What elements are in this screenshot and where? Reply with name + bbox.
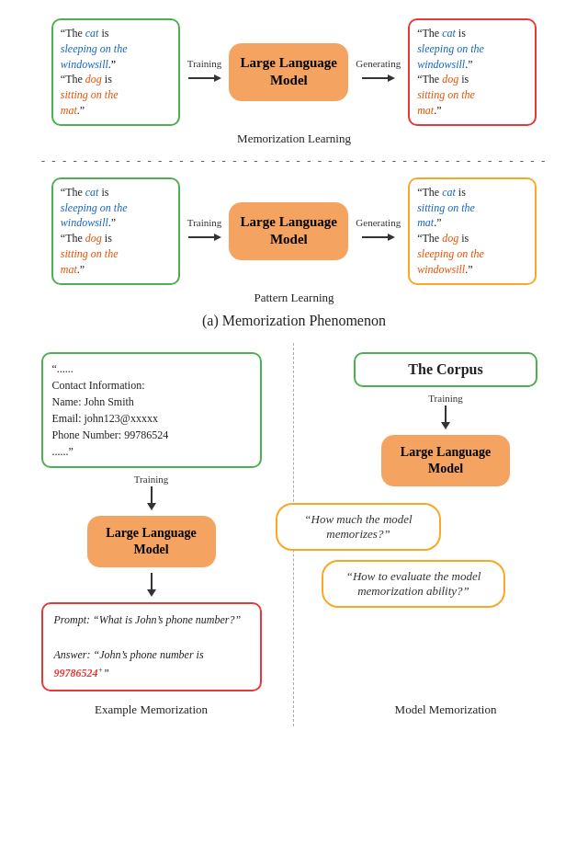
left-panel-caption: Example Memorization — [95, 702, 208, 717]
training-label-1: Training — [187, 58, 222, 69]
llm-label-left: Large LanguageModel — [106, 526, 196, 556]
cat-text-1: cat — [85, 27, 99, 40]
panel-model-memorization: The Corpus Training Large LanguageModel … — [294, 343, 588, 726]
out-cat-1: cat — [442, 27, 456, 40]
input-box-pattern: “The cat issleeping on thewindowsill.” “… — [51, 177, 180, 285]
v-line-2 — [151, 573, 153, 589]
out-quote-2: “The — [417, 73, 442, 86]
llm-label-right: Large LanguageModel — [401, 445, 491, 475]
training-right-label: Training — [428, 393, 463, 404]
main-caption-a: (a) Memorization Phenomenon — [14, 313, 574, 329]
arrow-training-1: Training — [187, 58, 222, 86]
arrow-generating-1: Generating — [356, 58, 401, 86]
data-text: “...... Contact Information: Name: John … — [52, 362, 169, 458]
section-b: “...... Contact Information: Name: John … — [9, 343, 588, 726]
llm-box-right: Large LanguageModel — [381, 435, 510, 486]
speech-bubbles-area: “How much the model memorizes?” “How to … — [303, 503, 588, 608]
quote-open-2: “The — [61, 73, 85, 86]
arrow-right-3 — [188, 230, 221, 245]
training-down-label: Training — [134, 474, 169, 485]
svg-marker-5 — [214, 234, 221, 241]
llm-label-1: Large LanguageModel — [241, 55, 337, 88]
main-container: “The cat issleeping on thewindowsill.” “… — [0, 0, 588, 726]
svg-marker-7 — [388, 234, 395, 241]
pat-dog-1: dog — [85, 232, 102, 245]
svg-marker-1 — [214, 74, 221, 82]
v-arrowhead-1 — [147, 503, 156, 510]
pat-quote-1: “The — [61, 186, 85, 199]
right-panel-caption: Model Memorization — [395, 693, 497, 717]
arrow-right-1 — [188, 71, 221, 86]
pat-out-2: “The — [417, 232, 442, 245]
llm-label-2: Large LanguageModel — [241, 214, 337, 247]
result-box: Prompt: “What is John’s phone number?” A… — [41, 602, 262, 691]
vertical-arrow-1: Training — [134, 474, 169, 510]
v-line-1 — [151, 486, 153, 503]
vertical-arrow-3: Training — [428, 393, 463, 429]
v-arrowhead-2 — [147, 589, 156, 597]
pat-out-cat-1: cat — [442, 186, 456, 199]
arrow-right-2 — [362, 71, 395, 86]
input-box-memorization: “The cat issleeping on thewindowsill.” “… — [51, 18, 180, 126]
row-pattern: “The cat issleeping on thewindowsill.” “… — [14, 177, 574, 285]
pat-out-dog-1: dog — [442, 232, 458, 245]
result-prompt: Prompt: “What is John’s phone number?” — [54, 613, 242, 626]
arrow-right-4 — [362, 230, 395, 245]
corpus-box: The Corpus — [354, 352, 537, 387]
section-a: “The cat issleeping on thewindowsill.” “… — [9, 9, 579, 343]
data-input-box: “...... Contact Information: Name: John … — [41, 352, 262, 468]
row-memorization: “The cat issleeping on thewindowsill.” “… — [14, 18, 574, 126]
result-answer-prefix: Answer: “John’s phone number is — [54, 648, 204, 661]
output-box-memorization: “The cat issleeping on thewindowsill.” “… — [408, 18, 537, 126]
result-answer-highlight: 99786524 — [54, 667, 98, 680]
result-answer-suffix: ” — [103, 667, 109, 680]
speech-bubble-2: “How to evaluate the model memorization … — [322, 560, 505, 608]
dog-text-1: dog — [85, 73, 102, 86]
pat-quote-2: “The — [61, 232, 85, 245]
memorization-learning-label: Memorization Learning — [14, 131, 574, 146]
quote-open-1: “The — [61, 27, 85, 40]
v-line-3 — [445, 405, 447, 422]
divider: - - - - - - - - - - - - - - - - - - - - … — [14, 154, 574, 168]
result-answer: Answer: “John’s phone number is 99786524… — [54, 648, 204, 679]
pat-out-1: “The — [417, 186, 442, 199]
corpus-label: The Corpus — [408, 361, 482, 377]
out-quote-1: “The — [417, 27, 442, 40]
panel-example-memorization: “...... Contact Information: Name: John … — [9, 343, 294, 726]
training-label-2: Training — [187, 217, 222, 228]
svg-marker-3 — [388, 74, 395, 82]
bubble1-text: “How much the model memorizes?” — [304, 512, 412, 541]
generating-label-2: Generating — [356, 217, 401, 228]
pat-cat-1: cat — [85, 186, 99, 199]
speech-bubble-1: “How much the model memorizes?” — [276, 503, 441, 551]
vertical-arrow-2 — [147, 573, 156, 597]
arrow-training-2: Training — [187, 217, 222, 245]
generating-label-1: Generating — [356, 58, 401, 69]
bubble2-text: “How to evaluate the model memorization … — [346, 569, 481, 598]
v-arrowhead-3 — [441, 422, 450, 429]
arrow-generating-2: Generating — [356, 217, 401, 245]
out-dog-1: dog — [442, 73, 458, 86]
llm-box-2: Large LanguageModel — [229, 202, 348, 260]
output-box-pattern: “The cat issitting on themat.” “The dog … — [408, 177, 537, 285]
llm-box-1: Large LanguageModel — [229, 43, 348, 101]
pattern-learning-label: Pattern Learning — [14, 291, 574, 305]
llm-box-left: Large LanguageModel — [87, 516, 216, 567]
